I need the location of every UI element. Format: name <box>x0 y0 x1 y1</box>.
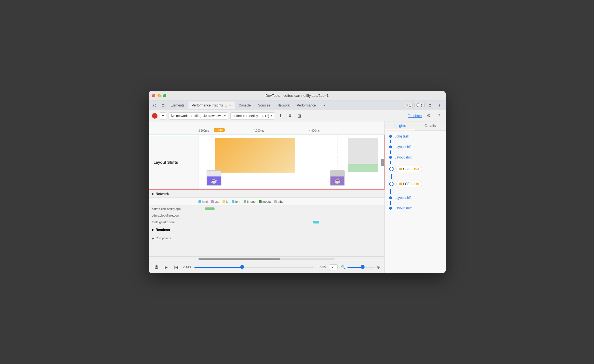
throttle-dropdown[interactable]: No network throttling, 4× slowdown ▾ <box>169 112 228 119</box>
record-dropdown[interactable]: ▾ <box>160 112 166 119</box>
error-badge[interactable]: ✕ 1 <box>404 103 413 108</box>
insight-dot-4 <box>389 207 392 210</box>
tab-network[interactable]: Network <box>274 102 293 109</box>
tab-sources[interactable]: Sources <box>255 102 273 109</box>
tab-bar-right: ✕ 1 💬 1 ⚙ ⋮ <box>404 102 443 109</box>
insight-layout-shift-1[interactable]: Layout shift <box>395 145 412 149</box>
network-header[interactable]: ▶ Network <box>149 190 384 198</box>
zoom-thumb[interactable] <box>361 265 365 269</box>
lcp-badge-item: LCP 3.31s <box>396 181 422 187</box>
triangle-icon: ▶ <box>152 192 154 195</box>
layout-shifts-label: Layout Shifts <box>149 135 198 189</box>
tick-4800: 4,800ms <box>309 129 320 132</box>
scroll-arrow[interactable]: › <box>381 159 384 166</box>
timeline-header: 3,200ms 4,000ms 4,800ms LCP <box>149 121 384 135</box>
screenshot-icon[interactable]: 🖼 <box>153 264 160 271</box>
cup-icon-1: ☕ <box>211 178 217 184</box>
tab-more[interactable]: » <box>320 102 328 109</box>
insight-long-task[interactable]: Long task <box>395 134 409 138</box>
zoom-fill <box>347 267 363 268</box>
maximize-button[interactable] <box>163 94 166 97</box>
cls-value: 0.193 <box>411 167 419 171</box>
zoom-in-icon[interactable]: ⊕ <box>377 265 380 269</box>
speed-badge[interactable]: x1 <box>329 264 338 270</box>
play-button[interactable]: ▶ <box>163 264 170 271</box>
lcp-badge-icon <box>399 183 402 185</box>
scrollbar-thumb[interactable] <box>198 258 280 260</box>
legend-image: image <box>244 200 255 203</box>
insight-layout-shift-2[interactable]: Layout shift <box>395 155 412 159</box>
cls-badge: CLS 0.193 <box>396 166 422 172</box>
toolbar: ▾ No network throttling, 4× slowdown ▾ c… <box>149 110 446 121</box>
tick-3200: 3,200ms <box>198 129 209 132</box>
dropdown-arrow-icon: ▾ <box>162 114 164 118</box>
slider-fill <box>194 267 242 268</box>
cls-badge-icon <box>399 168 402 170</box>
renderer-header[interactable]: ▶ Renderer <box>149 225 384 234</box>
connector-2 <box>390 161 391 164</box>
feedback-link[interactable]: Feedback <box>408 114 422 118</box>
scrollbar-track[interactable] <box>198 258 335 260</box>
legend-js: js <box>223 200 228 203</box>
slider-thumb[interactable] <box>240 265 244 269</box>
insight-dot-3 <box>389 196 392 199</box>
connector-5 <box>390 201 391 205</box>
insight-layout-shift-3[interactable]: Layout shift <box>395 196 412 200</box>
legend-media: media <box>259 200 271 203</box>
insight-item-cls: CLS 0.193 <box>389 164 441 174</box>
skip-to-start-icon[interactable]: |◀ <box>173 264 180 271</box>
comment-badge[interactable]: 💬 1 <box>414 103 424 108</box>
insights-content: Long task Layout shift Layout shift <box>385 131 446 273</box>
timeline-slider[interactable] <box>194 267 314 268</box>
settings2-icon[interactable]: ⚙ <box>425 112 432 119</box>
minimize-button[interactable] <box>157 94 161 97</box>
lcp-marker: LCP <box>214 128 225 133</box>
insight-dot-0 <box>389 135 392 138</box>
network-section: ▶ Network html css js <box>149 190 384 256</box>
zoom-out-icon[interactable]: 🔍 <box>341 265 346 269</box>
connector-4 <box>390 189 391 194</box>
insight-dot-cls <box>389 167 394 171</box>
insight-item-3: Layout shift <box>389 194 441 201</box>
settings-icon[interactable]: ⚙ <box>426 102 434 109</box>
compositor-header[interactable]: ▶ Compositor <box>149 234 384 242</box>
legend-html: html <box>198 200 208 203</box>
record-button[interactable] <box>152 113 157 119</box>
start-time: 2.44s <box>183 265 191 269</box>
connector-1 <box>390 150 391 154</box>
lcp-value: 3.31s <box>411 182 419 186</box>
insight-item-0: Long task <box>389 133 441 140</box>
zoom-slider[interactable] <box>347 267 375 268</box>
tab-details[interactable]: Details <box>415 121 446 130</box>
tab-performance[interactable]: Performance <box>293 102 319 109</box>
traffic-lights <box>152 94 166 97</box>
tab-insights[interactable]: Insights <box>385 121 415 130</box>
insight-item-1: Layout shift <box>389 143 441 150</box>
insight-layout-shift-4[interactable]: Layout shift <box>395 206 412 210</box>
right-panel: Insights Details Long task Layout shift <box>385 121 446 273</box>
close-button[interactable] <box>152 94 155 97</box>
device-icon[interactable]: ⊡ <box>159 102 167 109</box>
more-icon[interactable]: ⋮ <box>436 102 443 109</box>
tab-elements[interactable]: Elements <box>167 102 188 109</box>
tab-close-icon[interactable]: ✕ <box>229 104 231 107</box>
legend-other: other <box>274 200 285 203</box>
tab-console[interactable]: Console <box>235 102 254 109</box>
download-icon[interactable]: ⬇ <box>286 112 294 119</box>
help-icon[interactable]: ? <box>435 112 442 119</box>
tab-performance-insights[interactable]: Performance insights ▲ ✕ <box>188 102 235 109</box>
upload-icon[interactable]: ⬆ <box>277 112 284 119</box>
layout-shifts-content: ☕ ☕ › <box>198 135 384 189</box>
left-panel: 3,200ms 4,000ms 4,800ms LCP L <box>149 121 385 273</box>
inspect-icon[interactable]: ⬡ <box>151 102 159 109</box>
connector-0 <box>390 140 391 143</box>
shift-divider <box>198 172 384 172</box>
network-bar-0 <box>205 207 215 210</box>
insights-timeline: Long task Layout shift Layout shift <box>385 133 446 212</box>
target-dropdown[interactable]: coffee-cart.netlify.app (1) ▾ <box>230 112 275 119</box>
zoom-area: 🔍 ⊕ <box>341 265 380 269</box>
insight-dot-2 <box>389 156 392 159</box>
delete-icon[interactable]: 🗑 <box>296 112 303 119</box>
thumbnail-2: ☕ <box>330 170 345 186</box>
cup-icon-2: ☕ <box>334 178 340 184</box>
